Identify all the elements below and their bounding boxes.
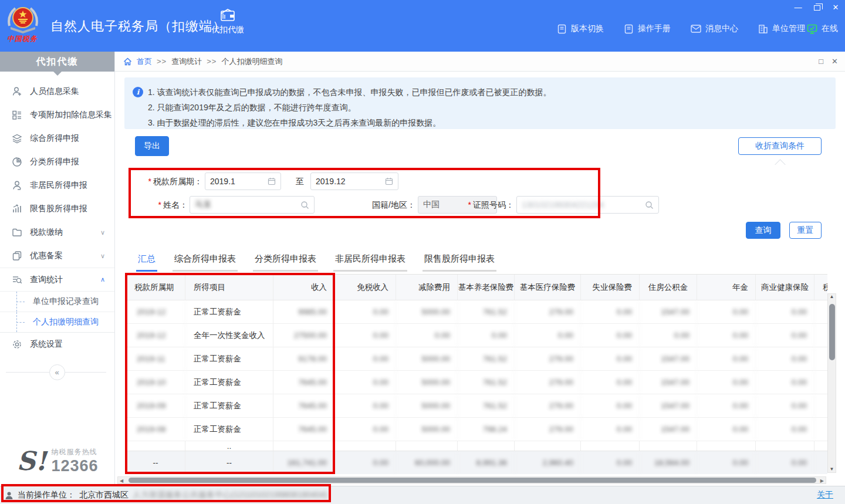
cell-medical: 0.00 (515, 324, 581, 347)
building-icon (758, 24, 768, 33)
cell-income-item: 正常工资薪金 (185, 300, 273, 323)
status-bar: 当前操作单位：北京市西城区人力资源服务公共服务中心(12110102199808… (0, 486, 845, 504)
tab-restricted-shares[interactable]: 限售股所得申报表 (422, 251, 496, 272)
col-header-annuity: 年金 (697, 275, 756, 300)
horizontal-scrollbar[interactable]: ◀ ▶ (117, 476, 826, 484)
table-row[interactable]: 2019-11 正常工资薪金 9178.00 0.00 5000.00 761.… (126, 347, 827, 371)
period-from-value: 2019.1 (210, 177, 265, 186)
table-row[interactable]: 2019-09 正常工资薪金 7645.00 0.00 5000.00 761.… (126, 394, 827, 418)
id-number-input[interactable]: 130102199304221234 (516, 196, 659, 214)
table-row[interactable]: 2019-12 全年一次性奖金收入 27500.00 0.00 0.00 0.0… (126, 324, 827, 347)
cell-commercial-health: 0.00 (756, 418, 814, 441)
cell-unemployment: 0.00 (581, 394, 640, 417)
reset-button[interactable]: 重置 (789, 222, 822, 239)
cell-taxfree-income: 0.00 (334, 347, 396, 370)
scroll-up-icon[interactable]: ▲ (830, 295, 834, 299)
query-button[interactable]: 查询 (746, 222, 780, 239)
tab-nonresident-income[interactable]: 非居民所得申报表 (333, 251, 407, 272)
cell-income: 7645.00 (273, 371, 334, 394)
cell-commercial-health: 0.00 (756, 371, 814, 394)
table-body: 2019-12 正常工资薪金 9985.00 0.00 5000.00 761.… (126, 300, 827, 441)
sidebar-item-label: 系统设置 (30, 339, 63, 350)
table-row[interactable]: 2019-08 正常工资薪金 7645.00 0.00 5000.00 798.… (126, 418, 827, 441)
scroll-right-icon[interactable]: ▶ (820, 478, 824, 483)
vertical-scroll-thumb[interactable] (829, 304, 835, 360)
search-icon[interactable] (300, 201, 309, 209)
scroll-left-icon[interactable]: ◀ (120, 478, 123, 483)
search-icon[interactable] (645, 201, 654, 209)
summary-unemployment: 0.00 (581, 451, 640, 474)
top-menu: 版本切换 操作手册 消息中心 (557, 23, 805, 34)
cell-unemployment: 0.00 (581, 418, 640, 441)
tab-classified-income[interactable]: 分类所得申报表 (253, 251, 318, 272)
table-row[interactable]: 2019-10 正常工资薪金 7645.00 0.00 5000.00 761.… (126, 371, 827, 394)
sidebar-item-comprehensive-income[interactable]: 综合所得申报 (0, 127, 114, 150)
panel-close-button[interactable]: ✕ (832, 57, 838, 66)
period-from-input[interactable]: 2019.1 (205, 172, 281, 190)
table-row[interactable]: 2019-12 正常工资薪金 9985.00 0.00 5000.00 761.… (126, 300, 827, 324)
sidebar-subitem-label: 个人扣缴明细查询 (33, 317, 99, 327)
scroll-down-icon[interactable]: ▼ (830, 467, 834, 472)
name-input[interactable]: 马某 (190, 196, 315, 214)
sidebar-subitem-unit-declaration-query[interactable]: 单位申报记录查询 (0, 291, 114, 312)
cell-clipped-text: .. (185, 441, 273, 451)
sidebar-item-query-statistics[interactable]: 查询统计 ∧ (0, 268, 114, 291)
horizontal-scroll-thumb[interactable] (129, 478, 816, 483)
person-plus-icon (12, 86, 22, 97)
cell-cutoff (814, 324, 827, 347)
summary-taxfree-income: 0.00 (334, 451, 396, 474)
tab-comprehensive-income[interactable]: 综合所得申报表 (173, 251, 238, 272)
id-number-label: *证照号码： (453, 196, 514, 214)
panel-maximize-button[interactable]: □ (819, 57, 823, 66)
about-link[interactable]: 关于 (817, 490, 833, 500)
cell-income-item: 正常工资薪金 (185, 394, 273, 417)
menu-item-unit-management[interactable]: 单位管理 (758, 23, 805, 34)
menu-item-manual[interactable]: 操作手册 (624, 23, 671, 34)
cell-housing-fund: 1547.00 (640, 394, 697, 417)
col-header-income: 收入 (273, 275, 334, 300)
sidebar-item-preference-filing[interactable]: 优惠备案 ∨ (0, 244, 114, 268)
search-list-icon (12, 275, 22, 285)
cell-deduction: 5000.00 (396, 418, 458, 441)
cell-housing-fund: 1547.00 (640, 418, 697, 441)
sidebar-item-special-deduction[interactable]: 专项附加扣除信息采集 (0, 103, 114, 127)
cell-commercial-health: 0.00 (756, 324, 814, 347)
minimize-button[interactable]: — (793, 2, 803, 12)
sidebar-item-nonresident-income[interactable]: 非居民所得申报 (0, 174, 114, 197)
mail-icon (691, 25, 701, 33)
summary-commercial-health: 0.00 (756, 451, 814, 474)
col-header-commercial-health: 商业健康保险 (756, 275, 814, 300)
close-button[interactable]: ✕ (831, 2, 840, 12)
menu-item-version-switch[interactable]: 版本切换 (557, 23, 604, 34)
sidebar-collapse-button[interactable]: « (49, 364, 65, 380)
cell-annuity: 0.00 (697, 347, 756, 370)
cell-annuity: 0.00 (697, 394, 756, 417)
cell-pension: 761.52 (458, 371, 515, 394)
period-to-input[interactable]: 2019.12 (310, 172, 398, 190)
tab-withholding[interactable]: 代扣代缴 (204, 8, 251, 47)
collapse-query-button[interactable]: 收折查询条件 (738, 137, 822, 155)
sidebar-item-personnel-info[interactable]: 人员信息采集 (0, 80, 114, 103)
cell-medical: 279.00 (515, 300, 581, 323)
menu-item-label: 操作手册 (638, 23, 671, 34)
breadcrumb-home[interactable]: 首页 (137, 56, 152, 67)
cell-annuity: 0.00 (697, 300, 756, 323)
sidebar-item-system-settings[interactable]: 系统设置 (0, 333, 114, 356)
restore-button[interactable] (812, 2, 822, 12)
cell-period: 2019-10 (126, 371, 185, 394)
main-panel: 首页 >> 查询统计 >> 个人扣缴明细查询 □ ✕ i 1. 该查询统计表仅能… (115, 52, 845, 486)
sidebar-item-tax-payment[interactable]: 税款缴纳 ∨ (0, 221, 114, 244)
tab-summary[interactable]: 汇总 (136, 251, 157, 272)
menu-item-message-center[interactable]: 消息中心 (691, 23, 738, 34)
cell-period: 2019-11 (126, 347, 185, 370)
vertical-scrollbar[interactable]: ▲ ▼ (827, 293, 836, 473)
sidebar-subitem-personal-withholding-query[interactable]: 个人扣缴明细查询 (0, 312, 114, 332)
sidebar-item-classified-income[interactable]: 分类所得申报 (0, 150, 114, 174)
calendar-icon[interactable] (268, 177, 276, 185)
cell-pension: 761.52 (458, 394, 515, 417)
export-button[interactable]: 导出 (135, 136, 169, 156)
sidebar-item-restricted-shares[interactable]: 限售股所得申报 (0, 197, 114, 221)
name-label: *姓名： (115, 196, 188, 214)
calendar-icon[interactable] (385, 177, 393, 185)
copy-icon (12, 251, 22, 261)
